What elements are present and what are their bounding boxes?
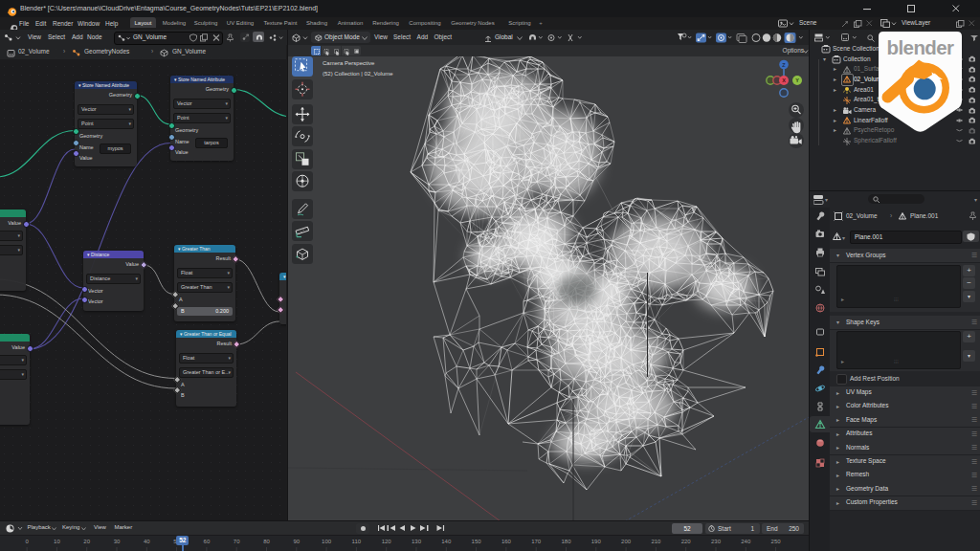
svg-text:110: 110 (352, 539, 362, 544)
svg-text:240: 240 (741, 539, 751, 544)
svg-text:250: 250 (771, 539, 782, 544)
svg-text:40: 40 (144, 539, 150, 544)
svg-text:230: 230 (711, 539, 722, 544)
svg-text:180: 180 (561, 539, 571, 544)
svg-text:160: 160 (501, 539, 512, 544)
svg-text:blender: blender (887, 36, 954, 58)
svg-text:220: 220 (681, 539, 692, 544)
svg-text:Y: Y (795, 77, 799, 83)
svg-text:210: 210 (651, 539, 661, 544)
svg-text:140: 140 (441, 539, 452, 544)
svg-text:100: 100 (322, 539, 332, 544)
svg-text:30: 30 (114, 539, 121, 544)
svg-text:80: 80 (263, 539, 270, 544)
svg-text:70: 70 (234, 539, 240, 544)
svg-text:120: 120 (382, 539, 392, 544)
svg-text:200: 200 (621, 539, 632, 544)
svg-text:60: 60 (204, 539, 211, 544)
svg-text:X: X (782, 77, 786, 83)
svg-text:20: 20 (83, 539, 90, 544)
svg-text:170: 170 (531, 539, 542, 544)
svg-text:150: 150 (472, 539, 482, 544)
svg-text:0: 0 (25, 539, 29, 544)
svg-text:90: 90 (293, 539, 300, 544)
svg-text:10: 10 (54, 539, 60, 544)
svg-text:190: 190 (591, 539, 602, 544)
svg-text:130: 130 (412, 539, 422, 544)
